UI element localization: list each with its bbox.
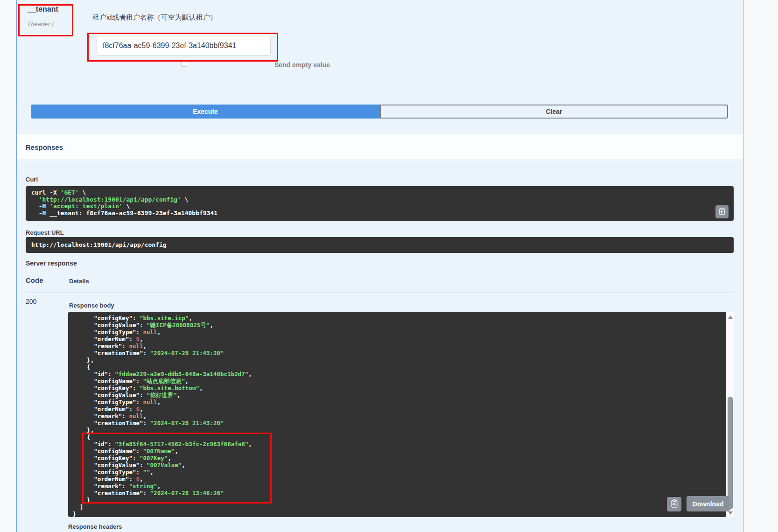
parameter-description: 租户id或者租户名称（可空为默认租户） [92, 13, 217, 22]
response-body-label: Response body [69, 302, 114, 309]
copy-clipboard-icon [670, 499, 679, 509]
tenant-input[interactable] [97, 36, 271, 56]
status-code: 200 [26, 298, 36, 305]
copy-curl-button[interactable] [715, 205, 729, 218]
parameter-name: __tenant [28, 5, 58, 14]
download-button[interactable]: Download [687, 496, 729, 511]
details-column-header: Details [69, 278, 89, 285]
request-url-text: http://localhost:19001/api/app/config [31, 241, 167, 248]
server-response-label: Server response [26, 259, 77, 267]
copy-response-button[interactable] [667, 497, 681, 511]
response-headers-label: Response headers [68, 523, 122, 530]
clear-button[interactable]: Clear [380, 105, 728, 119]
responses-section-header: Responses [17, 134, 743, 160]
copy-clipboard-icon [718, 208, 726, 217]
request-url-block: http://localhost:19001/api/app/config [26, 237, 734, 253]
send-empty-checkbox[interactable] [181, 61, 187, 67]
scrollbar-up-icon[interactable] [728, 315, 733, 319]
scrollbar-down-icon[interactable] [728, 511, 733, 515]
responses-title: Responses [26, 143, 63, 151]
curl-command-block: curl -X 'GET' \ 'http://localhost:19001/… [26, 186, 734, 221]
send-empty-label: Send empty value [274, 61, 330, 69]
swagger-operation-page: __tenant (header) 租户id或者租户名称（可空为默认租户） Se… [0, 0, 778, 532]
request-url-label: Request URL [26, 229, 64, 236]
scrollbar-thumb[interactable] [728, 397, 733, 510]
code-column-header: Code [26, 276, 43, 284]
response-body-block: "configKey": "bbs.site.icp", "configValu… [68, 312, 726, 517]
curl-label: Curl [26, 176, 38, 183]
response-body-text: "configKey": "bbs.site.icp", "configValu… [73, 315, 722, 517]
curl-command-text: curl -X 'GET' \ 'http://localhost:19001/… [31, 189, 728, 217]
table-divider [26, 293, 734, 293]
execute-button[interactable]: Execute [31, 105, 380, 119]
parameter-location: (header) [28, 21, 55, 28]
